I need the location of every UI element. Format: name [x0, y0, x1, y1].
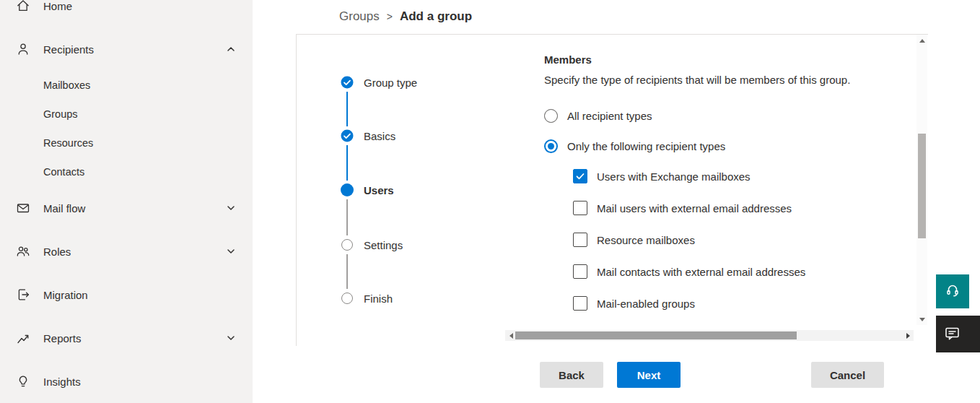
scroll-right-icon[interactable]	[902, 330, 914, 341]
radio-unselected-icon	[544, 109, 558, 123]
next-button[interactable]: Next	[617, 362, 681, 388]
step-connector	[346, 145, 348, 181]
checkbox-resource-mailboxes[interactable]: Resource mailboxes	[573, 229, 898, 251]
wizard-step-finish[interactable]: Finish	[341, 290, 393, 307]
chevron-down-icon	[225, 202, 237, 214]
sidebar-item-mail-flow[interactable]: Mail flow	[0, 194, 253, 222]
checkbox-label: Mail-enabled groups	[597, 298, 695, 310]
step-label: Basics	[364, 130, 395, 142]
step-complete-icon	[341, 76, 354, 89]
person-icon	[16, 42, 30, 56]
step-current-icon	[341, 183, 354, 196]
sidebar-item-insights[interactable]: Insights	[0, 367, 253, 396]
step-label: Users	[364, 184, 394, 196]
step-label: Group type	[364, 77, 417, 89]
horizontal-scrollbar[interactable]	[505, 330, 914, 341]
left-navigation: Home Recipients Mailboxes Groups Resourc…	[0, 0, 253, 403]
sidebar-item-label: Recipients	[43, 43, 94, 56]
lightbulb-icon	[16, 374, 30, 389]
checkbox-unchecked-icon	[573, 233, 587, 247]
mail-icon	[16, 201, 30, 215]
checkbox-mail-users-external[interactable]: Mail users with external email addresses	[573, 197, 898, 219]
feedback-button[interactable]	[936, 316, 980, 352]
recipient-type-list: Users with Exchange mailboxes Mail users…	[573, 165, 898, 314]
checkbox-unchecked-icon	[573, 264, 587, 279]
cancel-button[interactable]: Cancel	[811, 362, 884, 388]
step-upcoming-icon	[341, 239, 353, 251]
checkbox-mail-contacts-external[interactable]: Mail contacts with external email addres…	[573, 261, 898, 282]
radio-only-following-recipient-types[interactable]: Only the following recipient types	[544, 135, 898, 157]
page-title: Add a group	[400, 9, 472, 24]
sidebar-item-recipients[interactable]: Recipients	[0, 35, 253, 64]
checkbox-checked-icon	[573, 169, 587, 183]
sidebar-item-groups[interactable]: Groups	[0, 100, 253, 129]
members-description: Specify the type of recipients that will…	[544, 72, 872, 89]
breadcrumb-separator: >	[387, 11, 393, 22]
wizard-content-panel: Members Specify the type of recipients t…	[506, 35, 916, 325]
sidebar-item-label: Migration	[43, 289, 88, 301]
sidebar-item-label: Roles	[43, 246, 71, 258]
step-complete-icon	[341, 129, 354, 142]
members-title: Members	[544, 53, 898, 66]
scroll-down-icon[interactable]	[916, 313, 927, 325]
chevron-down-icon	[225, 246, 237, 257]
step-connector	[346, 92, 348, 126]
wizard-step-settings[interactable]: Settings	[341, 236, 403, 254]
back-button[interactable]: Back	[540, 362, 603, 388]
breadcrumb: Groups > Add a group	[339, 9, 472, 24]
people-icon	[16, 244, 30, 259]
wizard-step-group-type[interactable]: Group type	[341, 74, 417, 91]
radio-all-recipient-types[interactable]: All recipient types	[544, 105, 898, 126]
migration-icon	[16, 287, 30, 302]
radio-label: All recipient types	[567, 110, 652, 122]
sidebar-item-label: Groups	[43, 108, 78, 120]
sidebar-item-label: Reports	[43, 332, 82, 344]
wizard-step-basics[interactable]: Basics	[341, 127, 395, 144]
checkbox-label: Mail users with external email addresses	[597, 202, 792, 214]
horizontal-scrollbar-thumb[interactable]	[515, 332, 797, 339]
panel-left-border	[296, 34, 297, 346]
scroll-up-icon[interactable]	[916, 35, 927, 46]
sidebar-item-label: Resources	[43, 137, 93, 149]
chevron-up-icon	[225, 43, 237, 55]
radio-selected-icon	[544, 139, 558, 153]
sidebar-item-reports[interactable]: Reports	[0, 324, 253, 352]
checkbox-unchecked-icon	[573, 201, 587, 215]
vertical-scrollbar[interactable]	[916, 35, 927, 325]
checkbox-label: Mail contacts with external email addres…	[597, 266, 805, 278]
sidebar-item-label: Mailboxes	[43, 79, 90, 91]
sidebar-item-migration[interactable]: Migration	[0, 280, 253, 309]
breadcrumb-groups-link[interactable]: Groups	[339, 9, 380, 24]
chevron-down-icon	[225, 332, 237, 344]
sidebar-item-label: Contacts	[43, 166, 84, 178]
checkbox-mail-enabled-groups[interactable]: Mail-enabled groups	[573, 292, 898, 314]
headset-icon	[945, 282, 961, 301]
step-label: Settings	[364, 239, 403, 251]
checkbox-label: Resource mailboxes	[597, 234, 695, 246]
feedback-comment-icon	[944, 325, 961, 345]
step-upcoming-icon	[341, 292, 353, 304]
step-connector	[346, 254, 348, 289]
sidebar-item-label: Mail flow	[43, 202, 85, 214]
sidebar-item-resources[interactable]: Resources	[0, 129, 253, 157]
sidebar-item-home[interactable]: Home	[0, 0, 253, 20]
sidebar-item-label: Insights	[43, 376, 81, 388]
sidebar-item-roles[interactable]: Roles	[0, 237, 253, 266]
step-label: Finish	[364, 292, 393, 305]
step-connector	[346, 199, 348, 235]
home-icon	[16, 0, 30, 13]
sidebar-item-label: Home	[43, 0, 72, 12]
checkbox-unchecked-icon	[573, 296, 587, 311]
radio-label: Only the following recipient types	[567, 140, 725, 152]
wizard-step-users[interactable]: Users	[341, 181, 394, 199]
sidebar-item-mailboxes[interactable]: Mailboxes	[0, 71, 253, 100]
help-support-button[interactable]	[936, 274, 969, 308]
checkbox-label: Users with Exchange mailboxes	[597, 170, 751, 183]
chart-icon	[16, 331, 30, 345]
vertical-scrollbar-thumb[interactable]	[918, 134, 926, 238]
checkbox-users-with-exchange-mailboxes[interactable]: Users with Exchange mailboxes	[573, 165, 898, 187]
sidebar-item-contacts[interactable]: Contacts	[0, 157, 253, 186]
